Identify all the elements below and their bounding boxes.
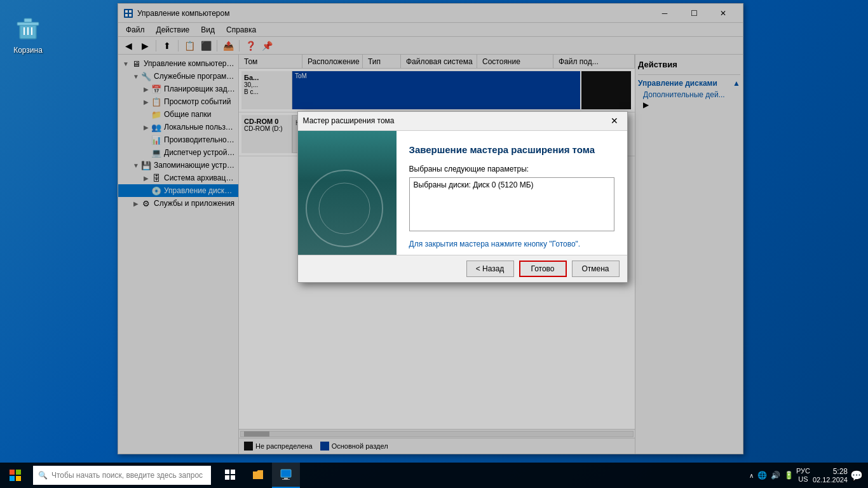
computer-mgmt-task[interactable] — [272, 463, 300, 488]
back-button[interactable]: < Назад — [466, 261, 514, 277]
svg-point-12 — [319, 183, 370, 234]
main-window: Управление компьютером ─ ☐ ✕ Файл Действ… — [118, 3, 743, 454]
network-icon: 🌐 — [757, 471, 767, 480]
dialog-close-button[interactable]: ✕ — [607, 113, 622, 128]
sys-tray: ∧ 🌐 🔊 🔋 — [749, 471, 794, 480]
svg-rect-14 — [16, 470, 21, 475]
clock[interactable]: 5:28 02.12.2024 — [813, 467, 848, 484]
taskbar-search[interactable]: 🔍 — [33, 466, 211, 485]
svg-rect-2 — [24, 18, 32, 22]
svg-point-11 — [306, 170, 383, 247]
svg-rect-23 — [282, 479, 290, 480]
cancel-button[interactable]: Отмена — [572, 261, 620, 277]
recycle-bin-icon[interactable]: Корзина — [13, 13, 43, 55]
desktop: Корзина Управление компьютером ─ — [0, 0, 868, 488]
chevron-up-icon[interactable]: ∧ — [749, 472, 754, 479]
finish-button[interactable]: Готово — [519, 261, 567, 277]
svg-rect-18 — [231, 470, 235, 474]
svg-rect-20 — [231, 475, 235, 480]
dialog-params-textbox — [409, 177, 614, 231]
taskbar-tasks — [216, 463, 300, 488]
svg-rect-1 — [17, 22, 39, 25]
lang-indicator[interactable]: РУС US — [796, 467, 810, 484]
dialog-footer: < Назад Готово Отмена — [298, 255, 627, 282]
search-input[interactable] — [51, 471, 206, 480]
svg-rect-19 — [225, 475, 229, 480]
svg-rect-15 — [10, 476, 15, 481]
lang-label: РУС — [796, 467, 810, 475]
svg-rect-16 — [16, 476, 21, 481]
file-explorer-task[interactable] — [244, 463, 272, 488]
extend-volume-dialog: Мастер расширения тома ✕ Завершение ма — [297, 111, 628, 283]
battery-icon: 🔋 — [784, 471, 794, 480]
recycle-bin-label: Корзина — [13, 46, 43, 55]
notification-icon[interactable]: 💬 — [850, 470, 863, 482]
svg-rect-21 — [281, 470, 291, 477]
modal-overlay: Мастер расширения тома ✕ Завершение ма — [118, 4, 743, 454]
dialog-sublabel: Выбраны следующие параметры: — [409, 165, 614, 173]
svg-rect-22 — [284, 478, 288, 479]
volume-icon[interactable]: 🔊 — [771, 471, 780, 480]
recycle-bin-graphic — [13, 13, 43, 43]
taskbar: 🔍 — [0, 463, 868, 488]
dialog-note: Для закрытия мастера нажмите кнопку "Гот… — [409, 240, 614, 248]
taskbar-right: ∧ 🌐 🔊 🔋 РУС US 5:28 02.12.2024 💬 — [744, 467, 868, 484]
clock-time: 5:28 — [813, 467, 848, 476]
start-button[interactable] — [0, 463, 31, 488]
dialog-title: Мастер расширения тома — [303, 116, 395, 125]
region-label: US — [798, 475, 808, 484]
svg-rect-17 — [225, 470, 229, 474]
clock-date: 02.12.2024 — [813, 476, 848, 484]
task-view-button[interactable] — [216, 463, 244, 488]
dialog-heading: Завершение мастера расширения тома — [409, 144, 614, 156]
dialog-content: Завершение мастера расширения тома Выбра… — [397, 131, 627, 255]
dialog-body: Завершение мастера расширения тома Выбра… — [298, 131, 627, 255]
search-icon: 🔍 — [38, 471, 48, 480]
svg-rect-13 — [10, 470, 15, 475]
dialog-sidebar-graphic — [298, 131, 397, 255]
dialog-titlebar: Мастер расширения тома ✕ — [298, 112, 627, 131]
